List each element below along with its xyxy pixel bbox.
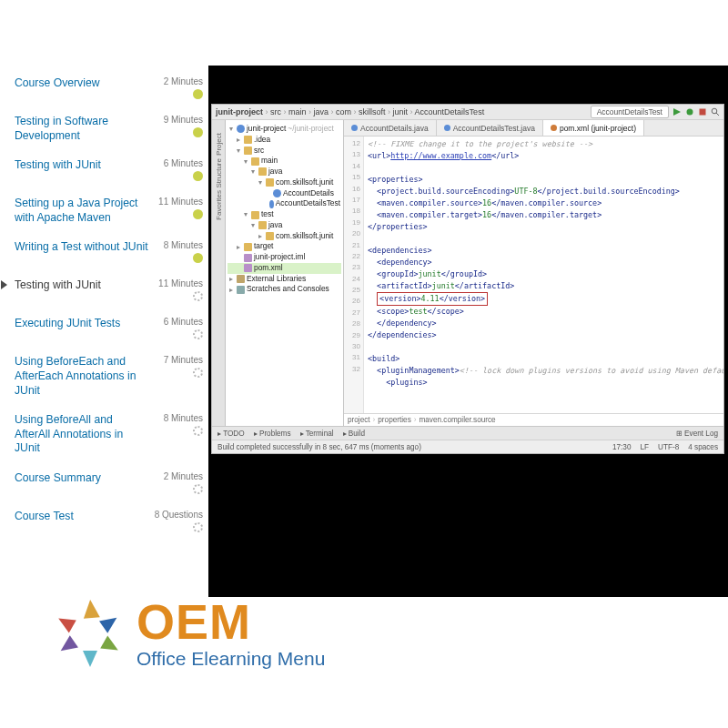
fold-icon [244, 147, 252, 155]
course-item[interactable]: Course Summary 2 Minutes [13, 464, 205, 502]
course-item-title: Testing with JUnit [15, 278, 101, 293]
top-whitespace [0, 0, 728, 66]
tree-node[interactable]: ▾com.skillsoft.junit [228, 177, 341, 188]
status-dot-icon [193, 484, 203, 494]
editor-breadcrumb[interactable]: project › properties › maven.compiler.so… [344, 413, 723, 426]
course-item[interactable]: Course Test 8 Questions [13, 502, 205, 541]
bottom-tab[interactable]: ▸ Terminal [300, 429, 334, 438]
course-item-duration: 11 Minutes [158, 197, 203, 207]
editor-area: AccountDetails.javaAccountDetailsTest.ja… [344, 120, 723, 426]
course-item[interactable]: Setting up a Java Project with Apache Ma… [13, 189, 205, 233]
breadcrumb-path[interactable]: junit-project › src › main › java › com … [216, 107, 484, 116]
scr-icon [237, 286, 245, 294]
status-dot-icon [193, 368, 203, 378]
tree-node[interactable]: ▸.idea [228, 135, 341, 146]
course-item[interactable]: Testing with JUnit 11 Minutes [13, 271, 205, 309]
build-status-text: Build completed successfully in 8 sec, 6… [217, 443, 421, 451]
status-field: 17:30 [612, 443, 632, 451]
xml-icon [244, 264, 252, 272]
status-dot-icon [193, 329, 203, 339]
status-dot-icon [193, 127, 203, 137]
course-item-title: Writing a Test without JUnit [15, 240, 148, 255]
fold-icon [266, 232, 274, 240]
svg-marker-0 [673, 108, 681, 116]
course-item-duration: 8 Questions [155, 510, 203, 520]
course-item-title: Executing JUnit Tests [15, 317, 120, 331]
run-icon[interactable] [672, 107, 682, 116]
tree-node[interactable]: AccountDetails [228, 188, 341, 199]
course-item-title: Setting up a Java Project with Apache Ma… [15, 197, 150, 225]
editor-tab[interactable]: AccountDetails.java [344, 120, 437, 136]
editor-tab[interactable]: pom.xml (junit-project) [543, 120, 644, 136]
fold-icon [258, 221, 267, 229]
tree-node[interactable]: ▾java [228, 167, 341, 177]
gutter-tab[interactable]: Favorites [215, 190, 223, 220]
bottom-tab[interactable]: ▸ TODO [217, 429, 245, 438]
project-tree[interactable]: ▾junit-project ~/junit-project▸.idea▾src… [226, 120, 344, 426]
course-item-title: Course Overview [15, 76, 99, 91]
course-item[interactable]: Executing JUnit Tests 6 Minutes [13, 309, 205, 348]
mod-icon [237, 125, 245, 133]
tree-node[interactable]: ▾src [228, 146, 341, 157]
course-item-title: Using BeforeEach and AfterEach Annotatio… [15, 355, 150, 398]
course-item-duration: 7 Minutes [164, 355, 203, 365]
left-gutter: ProjectStructureFavorites [212, 120, 226, 426]
fold-icon [251, 157, 259, 166]
file-icon [444, 125, 450, 131]
code-editor[interactable]: <!-- FIXME change it to the project's we… [364, 136, 723, 413]
tree-node[interactable]: ▸Scratches and Consoles [228, 284, 341, 295]
brand-subtitle: Office Elearning Menu [136, 648, 325, 670]
debug-icon[interactable] [685, 107, 694, 116]
xml-icon [244, 254, 252, 262]
course-item[interactable]: Testing in Software Development 9 Minute… [13, 107, 205, 151]
run-config-select[interactable]: AccountDetailsTest [591, 106, 669, 118]
course-item[interactable]: Course Overview 2 Minutes [13, 69, 205, 107]
ide-window: junit-project › src › main › java › com … [211, 104, 724, 454]
fold-icon [244, 136, 252, 144]
course-item-duration: 6 Minutes [164, 158, 203, 168]
course-item-title: Testing in Software Development [15, 115, 150, 143]
course-item-title: Course Test [15, 510, 74, 524]
editor-tab[interactable]: AccountDetailsTest.java [437, 120, 543, 136]
status-dot-icon [193, 89, 203, 99]
course-item-duration: 8 Minutes [164, 240, 203, 250]
tree-node[interactable]: ▸com.skillsoft.junit [228, 231, 341, 242]
course-item[interactable]: Using BeforeEach and AfterEach Annotatio… [13, 348, 205, 406]
course-item[interactable]: Using BeforeAll and AfterAll Annotations… [13, 406, 205, 464]
ide-toolbar-right: AccountDetailsTest [591, 106, 720, 118]
status-field: 4 spaces [688, 443, 718, 451]
line-numbers: 1213141516171819202122232425262728293031… [344, 136, 364, 413]
tree-node[interactable]: junit-project.iml [228, 252, 341, 263]
tree-node[interactable]: ▾junit-project ~/junit-project [228, 124, 341, 135]
svg-line-4 [716, 113, 719, 116]
tree-node[interactable]: ▸target [228, 241, 341, 252]
stop-icon[interactable] [698, 107, 707, 116]
tree-node[interactable]: ▾java [228, 220, 341, 231]
status-dot-icon [193, 171, 203, 181]
course-item-duration: 6 Minutes [164, 317, 203, 327]
status-dot-icon [193, 426, 203, 436]
tree-node[interactable]: ▾main [228, 156, 341, 167]
status-dot-icon [193, 253, 203, 263]
course-sidebar: Course Overview 2 Minutes Testing in Sof… [0, 66, 208, 597]
bottom-tab[interactable]: ▸ Problems [254, 429, 291, 438]
editor-tabbar: AccountDetails.javaAccountDetailsTest.ja… [344, 120, 723, 136]
status-field: UTF-8 [658, 443, 679, 451]
tree-node[interactable]: ▾test [228, 209, 341, 220]
bottom-tab[interactable]: ▸ Build [343, 429, 365, 438]
tree-node[interactable]: pom.xml [228, 263, 341, 274]
tree-node[interactable]: AccountDetailsTest [228, 198, 341, 209]
course-item[interactable]: Testing with JUnit 6 Minutes [13, 151, 205, 189]
svg-rect-2 [700, 109, 706, 116]
fold-icon [251, 211, 259, 219]
file-icon [551, 125, 557, 131]
gutter-tab[interactable]: Structure [215, 158, 223, 187]
ide-bottom-tabs: ▸ TODO▸ Problems▸ Terminal▸ Build⊞ Event… [212, 426, 723, 440]
course-item[interactable]: Writing a Test without JUnit 8 Minutes [13, 233, 205, 271]
event-log-button[interactable]: ⊞ Event Log [676, 429, 718, 438]
brand-name: OEM [136, 597, 325, 646]
gutter-tab[interactable]: Project [215, 133, 223, 156]
search-icon[interactable] [711, 107, 720, 116]
fold-icon [244, 243, 252, 251]
tree-node[interactable]: ▸External Libraries [228, 274, 341, 285]
